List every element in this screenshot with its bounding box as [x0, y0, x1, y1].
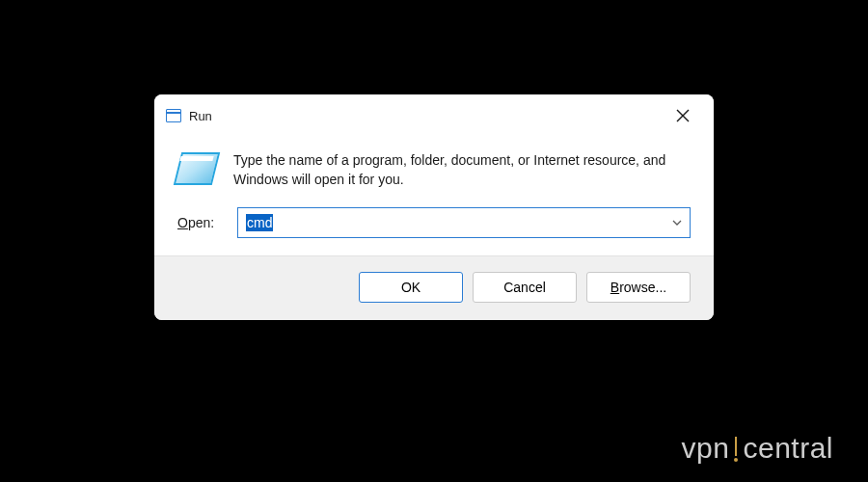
close-icon	[676, 109, 690, 122]
watermark-divider-icon	[732, 437, 740, 462]
run-title-icon	[166, 109, 181, 122]
close-button[interactable]	[665, 102, 700, 129]
open-input[interactable]	[237, 207, 691, 238]
dialog-footer: OK Cancel Browse...	[154, 255, 714, 320]
run-dialog: Run Type the name of a program, folder, …	[154, 94, 714, 320]
open-row: Open: cmd	[154, 207, 714, 255]
run-program-icon	[177, 152, 216, 185]
watermark-right: central	[743, 432, 833, 465]
watermark-left: vpn	[682, 432, 730, 465]
dialog-description: Type the name of a program, folder, docu…	[233, 148, 691, 190]
dialog-title: Run	[189, 109, 212, 123]
open-combobox[interactable]: cmd	[237, 207, 691, 238]
open-label: Open:	[177, 215, 224, 230]
title-left: Run	[166, 109, 212, 123]
titlebar: Run	[154, 94, 714, 135]
cancel-button[interactable]: Cancel	[473, 272, 577, 303]
ok-button[interactable]: OK	[359, 272, 463, 303]
browse-button[interactable]: Browse...	[586, 272, 691, 303]
watermark: vpn central	[682, 432, 833, 465]
dialog-body: Type the name of a program, folder, docu…	[154, 135, 714, 207]
